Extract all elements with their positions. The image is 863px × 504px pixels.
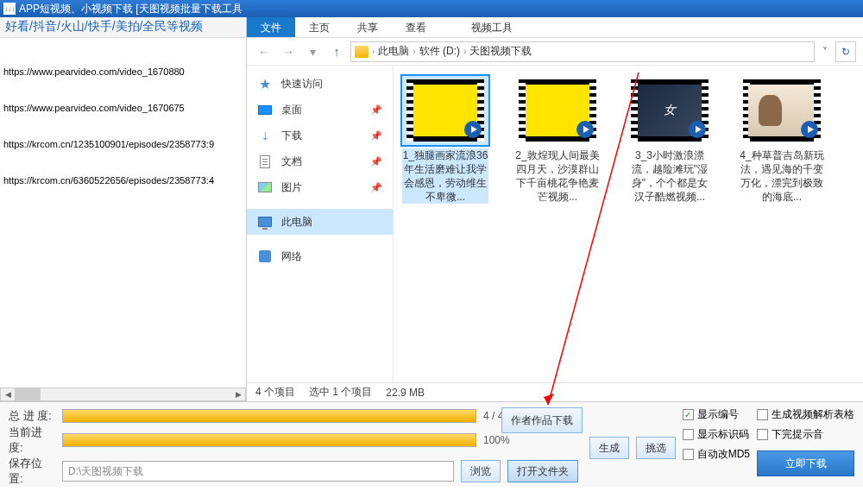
document-icon bbox=[260, 155, 270, 168]
titlebar: ↓↓↓ APP短视频、小视频下载 [天图视频批量下载工具 bbox=[0, 0, 863, 17]
checkbox-icon bbox=[683, 449, 694, 460]
scroll-right-icon[interactable]: ▶ bbox=[231, 388, 245, 400]
file-name: 1_独腿画家流浪36年生活磨难让我学会感恩，劳动维生不卑微... bbox=[402, 148, 488, 204]
tab-share[interactable]: 共享 bbox=[343, 17, 392, 37]
tab-video-tools[interactable]: 视频工具 bbox=[457, 17, 526, 37]
crumb-pc[interactable]: 此电脑 bbox=[378, 44, 409, 59]
play-icon bbox=[801, 121, 818, 138]
browse-button[interactable]: 浏览 bbox=[461, 460, 501, 482]
download-now-button[interactable]: 立即下载 bbox=[757, 450, 854, 476]
chevron-right-icon[interactable]: › bbox=[372, 47, 375, 56]
breadcrumb[interactable]: › 此电脑 › 软件 (D:) › 天图视频下载 bbox=[350, 41, 815, 62]
video-source-header: 好看/抖音/火山/快手/美拍/全民等视频 bbox=[0, 17, 246, 38]
status-count: 4 个项目 bbox=[255, 385, 295, 400]
url-line[interactable]: https://krcom.cn/6360522656/episodes/235… bbox=[3, 174, 243, 186]
tab-home[interactable]: 主页 bbox=[295, 17, 343, 37]
chevron-right-icon[interactable]: › bbox=[413, 47, 415, 56]
url-list[interactable]: https://www.pearvideo.com/video_1670880 … bbox=[0, 38, 246, 387]
checkbox-gen-table[interactable]: 生成视频解析表格 bbox=[757, 407, 854, 422]
pin-icon: 📌 bbox=[370, 182, 382, 193]
navbar: ← → ▾ ↑ › 此电脑 › 软件 (D:) › 天图视频下载 ˅ ↻ bbox=[247, 38, 863, 66]
pick-button[interactable]: 挑选 bbox=[636, 437, 676, 459]
play-icon bbox=[689, 121, 706, 138]
tab-file[interactable]: 文件 bbox=[247, 17, 295, 37]
explorer-pane: 文件 主页 共享 查看 视频工具 ← → ▾ ↑ › 此电脑 › 软件 (D:)… bbox=[247, 17, 863, 401]
app-title: APP短视频、小视频下载 [天图视频批量下载工具 bbox=[19, 2, 243, 16]
nav-forward-icon: → bbox=[278, 41, 299, 62]
checkbox-silent[interactable]: 下完提示音 bbox=[757, 427, 854, 442]
url-line[interactable]: https://www.pearvideo.com/video_1670880 bbox=[3, 66, 243, 78]
crumb-folder[interactable]: 天图视频下载 bbox=[469, 44, 532, 59]
sidebar-label: 此电脑 bbox=[281, 215, 312, 230]
file-name: 4_种草普吉岛新玩法，遇见海的千变万化，漂完到极致的海底... bbox=[739, 148, 825, 204]
app-icon: ↓↓↓ bbox=[3, 3, 16, 15]
pin-icon: 📌 bbox=[370, 104, 382, 116]
sidebar: ★ 快速访问 桌面 📌 ↓ 下载 📌 文档 📌 bbox=[247, 66, 394, 382]
refresh-button[interactable]: ↻ bbox=[835, 41, 856, 62]
checkbox-icon bbox=[757, 429, 768, 440]
checkbox-auto-md5[interactable]: 自动改MD5 bbox=[683, 447, 750, 462]
current-progress-label: 当前进度: bbox=[9, 425, 55, 456]
sidebar-label: 文档 bbox=[281, 154, 302, 169]
star-icon: ★ bbox=[257, 76, 273, 91]
file-item[interactable]: 2_敦煌现人间最美四月天，沙漠群山下千亩桃花争艳麦芒视频... bbox=[514, 76, 601, 204]
generate-button[interactable]: 生成 bbox=[589, 437, 629, 459]
breadcrumb-dropdown-icon[interactable]: ˅ bbox=[818, 46, 832, 58]
sidebar-item-pictures[interactable]: 图片 📌 bbox=[247, 174, 393, 200]
status-size: 22.9 MB bbox=[386, 387, 425, 399]
file-item[interactable]: 女 3_3小时激浪漂流，越险滩玩"湿身"，个个都是女汉子酷燃视频... bbox=[627, 76, 713, 204]
checkbox-show-id[interactable]: 显示标识码 bbox=[683, 427, 750, 442]
sidebar-label: 网络 bbox=[281, 249, 302, 264]
checkbox-icon bbox=[683, 409, 694, 420]
scrollbar-horizontal[interactable]: ◀ ▶ bbox=[0, 387, 246, 401]
sidebar-label: 图片 bbox=[281, 180, 302, 195]
checkbox-icon bbox=[757, 409, 768, 420]
save-location-label: 保存位置: bbox=[9, 456, 55, 487]
pin-icon: 📌 bbox=[370, 130, 382, 142]
sidebar-label: 快速访问 bbox=[281, 77, 323, 91]
scroll-thumb[interactable] bbox=[15, 388, 41, 400]
sidebar-item-desktop[interactable]: 桌面 📌 bbox=[247, 97, 393, 123]
checkbox-icon bbox=[683, 429, 694, 440]
status-selected: 选中 1 个项目 bbox=[309, 385, 372, 400]
picture-icon bbox=[258, 182, 272, 192]
total-progress-bar bbox=[62, 409, 476, 423]
play-icon bbox=[464, 121, 482, 138]
tab-view[interactable]: 查看 bbox=[392, 17, 440, 37]
current-progress-bar bbox=[62, 433, 476, 447]
checkbox-show-number[interactable]: 显示编号 bbox=[683, 407, 750, 422]
scroll-left-icon[interactable]: ◀ bbox=[1, 388, 15, 400]
save-location-input[interactable] bbox=[62, 461, 454, 482]
folder-icon bbox=[355, 46, 369, 58]
sidebar-item-this-pc[interactable]: 此电脑 bbox=[247, 209, 393, 235]
network-icon bbox=[259, 250, 271, 262]
sidebar-item-quick-access[interactable]: ★ 快速访问 bbox=[247, 71, 393, 97]
bottom-panel: 总 进 度: 4 / 4 当前进度: 100% 保存位置: 浏览 打开文件夹 作… bbox=[0, 401, 863, 487]
ribbon: 文件 主页 共享 查看 视频工具 bbox=[247, 17, 863, 38]
total-progress-label: 总 进 度: bbox=[9, 408, 55, 424]
chevron-right-icon[interactable]: › bbox=[463, 47, 466, 56]
nav-back-icon[interactable]: ← bbox=[254, 41, 274, 62]
desktop-icon bbox=[258, 105, 272, 115]
sidebar-item-documents[interactable]: 文档 📌 bbox=[247, 148, 393, 174]
statusbar: 4 个项目 选中 1 个项目 22.9 MB bbox=[247, 382, 863, 401]
url-line[interactable]: https://www.pearvideo.com/video_1670675 bbox=[3, 102, 243, 114]
url-line[interactable]: https://krcom.cn/1235100901/episodes/235… bbox=[3, 138, 243, 150]
nav-dropdown-icon[interactable]: ▾ bbox=[302, 41, 323, 62]
crumb-drive[interactable]: 软件 (D:) bbox=[419, 44, 460, 59]
author-works-button[interactable]: 作者作品下载 bbox=[501, 407, 583, 433]
file-area[interactable]: 1_独腿画家流浪36年生活磨难让我学会感恩，劳动维生不卑微... 2_敦煌现人间… bbox=[394, 66, 863, 382]
pin-icon: 📌 bbox=[370, 156, 382, 167]
sidebar-item-downloads[interactable]: ↓ 下载 📌 bbox=[247, 123, 393, 148]
pc-icon bbox=[258, 217, 272, 227]
sidebar-label: 桌面 bbox=[281, 103, 302, 117]
download-icon: ↓ bbox=[257, 128, 273, 143]
nav-up-icon[interactable]: ↑ bbox=[326, 41, 347, 62]
play-icon bbox=[576, 121, 594, 138]
file-name: 3_3小时激浪漂流，越险滩玩"湿身"，个个都是女汉子酷燃视频... bbox=[627, 148, 713, 204]
sidebar-item-network[interactable]: 网络 bbox=[247, 243, 393, 269]
file-item[interactable]: 1_独腿画家流浪36年生活磨难让我学会感恩，劳动维生不卑微... bbox=[402, 76, 488, 204]
file-item[interactable]: 4_种草普吉岛新玩法，遇见海的千变万化，漂完到极致的海底... bbox=[739, 76, 825, 204]
left-pane: 好看/抖音/火山/快手/美拍/全民等视频 https://www.pearvid… bbox=[0, 17, 247, 401]
file-name: 2_敦煌现人间最美四月天，沙漠群山下千亩桃花争艳麦芒视频... bbox=[514, 148, 601, 204]
